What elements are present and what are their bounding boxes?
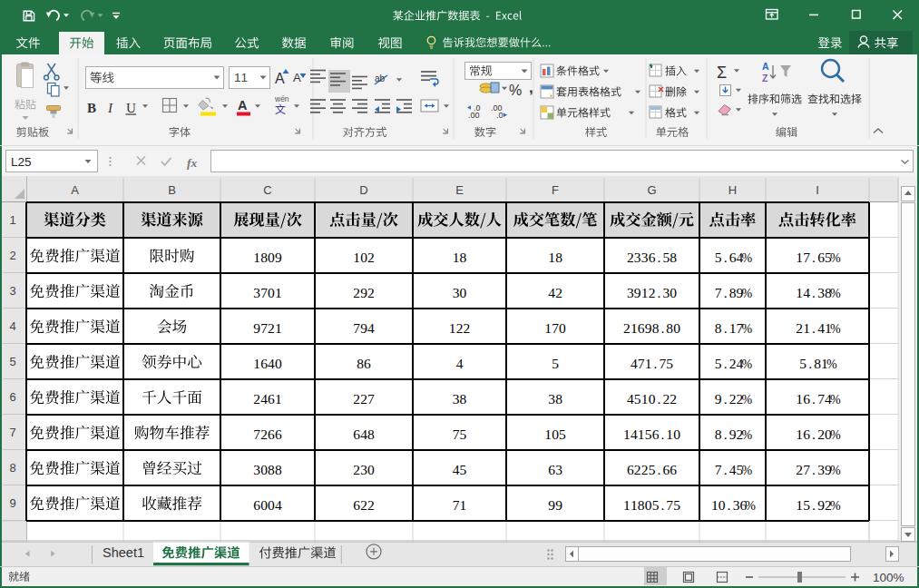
svg-text:170: 170 xyxy=(544,320,566,336)
svg-text:38: 38 xyxy=(548,391,562,407)
svg-text:3912.30: 3912.30 xyxy=(627,285,677,300)
svg-text:105: 105 xyxy=(544,426,566,442)
svg-text:D: D xyxy=(359,183,367,197)
svg-text:2336.58: 2336.58 xyxy=(627,250,677,265)
svg-text:9: 9 xyxy=(10,496,16,510)
svg-text:14.38%: 14.38% xyxy=(796,285,841,300)
svg-text:7: 7 xyxy=(10,426,16,439)
svg-text:fx: fx xyxy=(187,156,197,170)
svg-text:8: 8 xyxy=(10,461,16,475)
svg-text:2: 2 xyxy=(10,249,16,262)
svg-text:E: E xyxy=(455,183,464,197)
svg-text:9721: 9721 xyxy=(253,320,281,336)
svg-text:U: U xyxy=(126,101,136,115)
svg-text:1640: 1640 xyxy=(253,356,282,371)
svg-text:H: H xyxy=(728,183,737,197)
svg-text:21.41%: 21.41% xyxy=(796,320,841,336)
svg-text:18: 18 xyxy=(548,250,562,265)
svg-text:G: G xyxy=(647,183,656,197)
svg-text:,: , xyxy=(529,79,533,96)
svg-text:8.17%: 8.17% xyxy=(715,320,753,336)
svg-text:7.45%: 7.45% xyxy=(715,462,753,477)
svg-text:122: 122 xyxy=(449,320,471,336)
svg-text:794: 794 xyxy=(353,320,375,336)
svg-text:I: I xyxy=(107,101,113,115)
svg-text:63: 63 xyxy=(548,462,562,477)
svg-text:4510.22: 4510.22 xyxy=(627,391,677,407)
svg-text:wén: wén xyxy=(274,94,289,103)
svg-text:45: 45 xyxy=(453,462,467,477)
svg-text:17.65%: 17.65% xyxy=(796,250,841,265)
svg-text:230: 230 xyxy=(353,462,375,477)
svg-text:A: A xyxy=(293,71,301,84)
svg-text:42: 42 xyxy=(548,285,562,300)
svg-text:18: 18 xyxy=(453,250,467,265)
svg-text:5.81%: 5.81% xyxy=(799,356,837,371)
svg-text:27.39%: 27.39% xyxy=(796,462,841,477)
svg-text:3: 3 xyxy=(10,284,16,298)
svg-text:16.20%: 16.20% xyxy=(796,426,841,442)
svg-text:%: % xyxy=(509,83,522,98)
svg-text:86: 86 xyxy=(357,356,371,371)
svg-text:5: 5 xyxy=(10,355,16,368)
svg-text:4: 4 xyxy=(10,319,16,333)
svg-text:648: 648 xyxy=(353,426,375,442)
svg-text:38: 38 xyxy=(453,391,467,407)
svg-text:7266: 7266 xyxy=(253,426,282,442)
svg-text:Σ: Σ xyxy=(717,64,727,82)
svg-text:6004: 6004 xyxy=(253,497,282,513)
svg-text:16.74%: 16.74% xyxy=(796,391,841,407)
svg-text:.0: .0 xyxy=(496,111,503,120)
svg-text:11: 11 xyxy=(234,71,248,84)
svg-text:1: 1 xyxy=(10,213,16,227)
svg-text:9.22%: 9.22% xyxy=(715,391,753,407)
svg-text:I: I xyxy=(816,183,819,197)
svg-text:102: 102 xyxy=(353,250,375,265)
svg-text:A: A xyxy=(71,183,79,197)
svg-text:10.36%: 10.36% xyxy=(711,497,756,513)
svg-text:15.92%: 15.92% xyxy=(796,497,841,513)
svg-text:75: 75 xyxy=(453,426,467,442)
svg-text:5.64%: 5.64% xyxy=(715,250,753,265)
svg-text:5.24%: 5.24% xyxy=(715,356,753,371)
svg-text:3088: 3088 xyxy=(253,462,282,477)
svg-text:C: C xyxy=(263,183,271,197)
svg-text:A: A xyxy=(762,61,769,72)
svg-text:30: 30 xyxy=(453,285,467,300)
svg-text:B: B xyxy=(168,183,176,197)
svg-text:L25: L25 xyxy=(11,155,32,169)
svg-text:Sheet1: Sheet1 xyxy=(103,545,144,560)
svg-text:21698.80: 21698.80 xyxy=(623,320,680,336)
svg-text:100%: 100% xyxy=(873,571,904,584)
svg-text:622: 622 xyxy=(353,497,375,513)
svg-text:6: 6 xyxy=(10,390,16,404)
svg-text:5: 5 xyxy=(552,356,559,371)
svg-text:B: B xyxy=(87,101,96,115)
svg-text:292: 292 xyxy=(353,285,375,300)
svg-text:227: 227 xyxy=(353,391,375,407)
svg-text:11805.75: 11805.75 xyxy=(623,497,680,513)
svg-text:8.92%: 8.92% xyxy=(715,426,753,442)
svg-text:1809: 1809 xyxy=(253,250,282,265)
svg-text:ab: ab xyxy=(375,74,386,83)
svg-text:A: A xyxy=(238,98,248,113)
svg-text:99: 99 xyxy=(548,497,562,513)
svg-text:71: 71 xyxy=(453,497,467,513)
svg-text:.00: .00 xyxy=(468,111,480,120)
svg-text:7.89%: 7.89% xyxy=(715,285,753,300)
svg-text:4: 4 xyxy=(456,356,464,371)
svg-text:6225.66: 6225.66 xyxy=(627,462,677,477)
svg-text:2461: 2461 xyxy=(253,391,281,407)
svg-text:F: F xyxy=(552,183,559,197)
svg-text:Z: Z xyxy=(762,73,768,83)
svg-text:3701: 3701 xyxy=(253,285,281,300)
svg-text:14156.10: 14156.10 xyxy=(623,426,680,442)
